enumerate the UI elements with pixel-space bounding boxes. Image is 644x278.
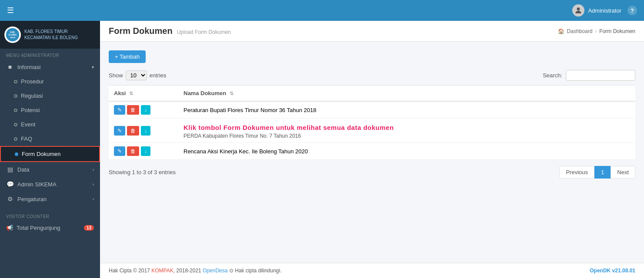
breadcrumb-current: Form Dokumen — [599, 28, 635, 34]
footer: Hak Cipta © 2017 KOMPAK, 2018-2021 OpenD… — [100, 263, 644, 278]
footer-github-icon: ⊙ — [227, 268, 233, 274]
footer-middle: , 2018-2021 — [174, 268, 203, 274]
breadcrumb-home: Dashboard — [567, 28, 593, 34]
row-nama: Rencana Aksi Kinerja Kec. Ile Boleng Tah… — [178, 143, 635, 160]
row-nama: PERDA Kabupaten Flores Timur No. 7 Tahun… — [184, 133, 630, 139]
chat-icon: 💬 — [6, 181, 14, 188]
svg-text:TIMUR: TIMUR — [10, 36, 16, 39]
footer-opendesa-link[interactable]: OpenDesa — [203, 268, 227, 274]
table-controls: Show 10 25 50 entries Search: — [109, 70, 635, 81]
visitor-section-label: VISITOR COUNTER — [0, 210, 100, 221]
chevron-right-icon: › — [93, 197, 94, 202]
col-header-nama: Nama Dokumen ⇅ — [178, 86, 635, 102]
row-nama: Peraturan Bupati Flores Timur Nomor 36 T… — [178, 101, 635, 119]
topbar: ☰ Administrator ? — [0, 0, 644, 21]
help-icon[interactable]: ? — [627, 6, 637, 15]
delete-button[interactable]: 🗑 — [127, 126, 139, 136]
edit-button[interactable]: ✎ — [114, 105, 125, 115]
page-1-button[interactable]: 1 — [594, 166, 611, 179]
dot-icon — [14, 80, 17, 83]
download-button[interactable]: ↓ — [141, 146, 150, 156]
brand-text: KAB. FLORES TIMUR KECAMATAN ILE BOLENG — [24, 29, 78, 41]
sidebar-item-informasi[interactable]: ■ Informasi ▾ — [0, 60, 100, 74]
megaphone-icon: 📢 — [6, 225, 13, 231]
chevron-right-icon: › — [93, 182, 94, 187]
sort-icon-nama: ⇅ — [230, 91, 234, 96]
annotation-text: Klik tombol Form Dokumen untuk melihat s… — [184, 122, 630, 133]
entries-select[interactable]: 10 25 50 — [126, 70, 147, 80]
add-button[interactable]: + Tambah — [109, 50, 146, 63]
footer-version: OpenDK v21.08.01 — [590, 268, 635, 274]
sidebar-item-total-pengunjung[interactable]: 📢 Total Pengunjung 13 — [0, 221, 100, 235]
page-title: Form Dokumen — [109, 26, 173, 36]
previous-button[interactable]: Previous — [559, 166, 594, 179]
svg-text:FLORES: FLORES — [9, 34, 17, 36]
sidebar-item-faq[interactable]: FAQ — [0, 132, 100, 146]
avatar — [572, 4, 584, 17]
dot-icon — [14, 123, 17, 126]
breadcrumb: 🏠 Dashboard › Form Dokumen — [558, 28, 635, 34]
footer-kompak-link[interactable]: KOMPAK — [151, 268, 173, 274]
search-box: Search: — [543, 70, 635, 81]
brand-logo: KAB.FLORESTIMUR — [4, 26, 21, 43]
admin-menu[interactable]: Administrator — [572, 4, 621, 17]
chevron-down-icon: ▾ — [92, 65, 94, 70]
show-entries: Show 10 25 50 entries — [109, 70, 167, 80]
edit-button[interactable]: ✎ — [114, 126, 125, 136]
search-input[interactable] — [566, 70, 635, 81]
row-aksi: ✎ 🗑 ↓ — [109, 143, 178, 160]
table-row: ✎ 🗑 ↓ Rencana Aksi Kinerja Kec. Ile Bole… — [109, 143, 635, 160]
table-footer: Showing 1 to 3 of 3 entries Previous 1 N… — [109, 166, 635, 179]
edit-button[interactable]: ✎ — [114, 146, 125, 156]
svg-point-0 — [577, 7, 580, 10]
chevron-right-icon: › — [93, 167, 94, 172]
sidebar-brand: KAB.FLORESTIMUR KAB. FLORES TIMUR KECAMA… — [0, 21, 100, 49]
dot-icon — [14, 109, 17, 112]
sidebar: KAB.FLORESTIMUR KAB. FLORES TIMUR KECAMA… — [0, 21, 100, 278]
show-label: Show — [109, 72, 123, 79]
dot-icon — [14, 94, 17, 98]
toolbar: + Tambah — [109, 50, 635, 63]
svg-text:KAB.: KAB. — [10, 31, 16, 33]
footer-rights: Hak cipta dilindungi. — [234, 268, 282, 274]
breadcrumb-icon: 🏠 — [558, 28, 564, 34]
pagination: Previous 1 Next — [559, 166, 635, 179]
showing-entries: Showing 1 to 3 of 3 entries — [109, 169, 176, 175]
content-header: Form Dokumen Upload Form Dokumen 🏠 Dashb… — [100, 21, 644, 42]
hamburger-icon[interactable]: ☰ — [7, 6, 14, 15]
search-label: Search: — [543, 72, 562, 79]
footer-left: Hak Cipta © 2017 KOMPAK, 2018-2021 OpenD… — [109, 268, 282, 274]
content-body: + Tambah Show 10 25 50 entries Search: — [100, 42, 644, 263]
table-row: ✎ 🗑 ↓ Klik tombol Form Dokumen untuk mel… — [109, 119, 635, 143]
sidebar-item-data[interactable]: ▤ Data › — [0, 162, 100, 177]
grid-icon: ■ — [6, 63, 14, 70]
page-subtitle: Upload Form Dokumen — [177, 29, 231, 35]
sidebar-item-pengaturan[interactable]: ⚙ Pengaturan › — [0, 192, 100, 206]
sidebar-item-event[interactable]: Event — [0, 117, 100, 132]
sidebar-item-form-dokumen[interactable]: Form Dokumen — [0, 146, 100, 162]
sidebar-item-admin-sikema[interactable]: 💬 Admin SIKEMA › — [0, 177, 100, 192]
next-button[interactable]: Next — [611, 166, 635, 179]
admin-label: Administrator — [588, 7, 621, 14]
delete-button[interactable]: 🗑 — [127, 105, 139, 115]
footer-copyright: Hak Cipta © 2017 — [109, 268, 151, 274]
download-button[interactable]: ↓ — [141, 105, 150, 115]
sidebar-item-regulasi[interactable]: Regulasi — [0, 89, 100, 103]
documents-table: Aksi ⇅ Nama Dokumen ⇅ ✎ — [109, 85, 635, 160]
row-aksi: ✎ 🗑 ↓ — [109, 101, 178, 119]
gear-icon: ⚙ — [6, 195, 14, 202]
sort-icon-aksi: ⇅ — [129, 91, 133, 96]
delete-button[interactable]: 🗑 — [127, 146, 139, 156]
visitor-count-badge: 13 — [84, 225, 94, 231]
dot-icon — [15, 152, 18, 156]
sidebar-item-prosedur[interactable]: Prosedur — [0, 74, 100, 89]
dot-icon — [14, 137, 17, 141]
entries-label: entries — [150, 72, 167, 79]
main-content: Form Dokumen Upload Form Dokumen 🏠 Dashb… — [100, 21, 644, 278]
row-annotation: Klik tombol Form Dokumen untuk melihat s… — [178, 119, 635, 143]
row-aksi: ✎ 🗑 ↓ — [109, 119, 178, 143]
table-icon: ▤ — [6, 166, 14, 173]
menu-section-label: MENU ADMINISTRATOR — [0, 49, 100, 60]
sidebar-item-potensi[interactable]: Potensi — [0, 103, 100, 117]
download-button[interactable]: ↓ — [141, 126, 150, 136]
